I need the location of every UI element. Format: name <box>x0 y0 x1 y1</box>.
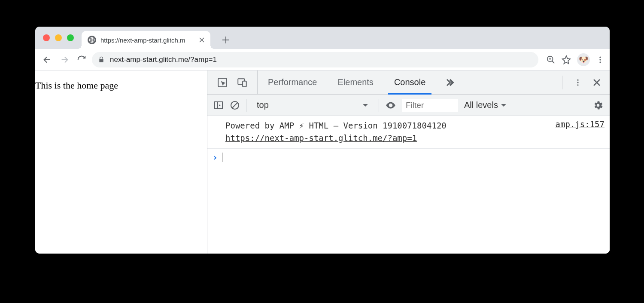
zoom-icon[interactable] <box>546 55 556 64</box>
tab-close-button[interactable] <box>199 37 204 43</box>
forward-button[interactable] <box>58 53 71 67</box>
svg-point-4 <box>599 61 601 63</box>
console-log-entry[interactable]: Powered by AMP ⚡ HTML – Version 19100718… <box>207 116 610 149</box>
content-area: This is the home page Performance Elemen… <box>35 70 610 254</box>
profile-avatar[interactable]: 🐶 <box>577 53 590 66</box>
devtools-tab-elements[interactable]: Elements <box>328 70 384 94</box>
console-settings-icon[interactable] <box>592 100 604 111</box>
chevron-down-icon <box>362 102 368 108</box>
tab-title: https://next-amp-start.glitch.m <box>100 37 195 44</box>
devtools-tab-overflow[interactable] <box>436 70 468 94</box>
console-toolbar: top All levels <box>207 95 610 116</box>
clear-console-icon[interactable] <box>230 100 240 110</box>
bookmark-star-icon[interactable] <box>562 55 571 64</box>
browser-tab[interactable]: https://next-amp-start.glitch.m <box>82 31 210 49</box>
text-cursor <box>222 153 222 162</box>
lock-icon <box>98 56 105 63</box>
address-bar[interactable]: next-amp-start.glitch.me/?amp=1 <box>92 52 538 67</box>
svg-point-10 <box>577 84 578 86</box>
page-body-text: This is the home page <box>35 80 118 91</box>
device-toggle-icon[interactable] <box>237 77 248 88</box>
log-level-selector[interactable]: All levels <box>464 100 507 110</box>
prompt-caret-icon: › <box>213 152 218 162</box>
svg-rect-7 <box>243 81 246 86</box>
log-source-link[interactable]: amp.js:157 <box>556 119 605 129</box>
devtools-tab-performance[interactable]: Performance <box>258 70 328 94</box>
maximize-window-button[interactable] <box>67 34 74 41</box>
minimize-window-button[interactable] <box>55 34 62 41</box>
inspect-icon[interactable] <box>217 77 228 88</box>
svg-point-9 <box>577 82 578 83</box>
browser-window: https://next-amp-start.glitch.m next-amp… <box>35 27 610 254</box>
close-window-button[interactable] <box>43 34 50 41</box>
svg-point-3 <box>599 59 601 60</box>
console-sidebar-toggle-icon[interactable] <box>213 100 224 110</box>
console-prompt[interactable]: › <box>207 149 610 166</box>
svg-rect-11 <box>215 102 222 109</box>
filter-input[interactable] <box>402 99 458 112</box>
reload-button[interactable] <box>75 53 88 67</box>
menu-button[interactable] <box>596 55 605 64</box>
svg-point-8 <box>577 79 578 80</box>
window-controls <box>43 34 74 41</box>
devtools-more-button[interactable] <box>569 74 586 91</box>
devtools-tab-console[interactable]: Console <box>384 70 436 94</box>
log-url-link[interactable]: https://next-amp-start.glitch.me/?amp=1 <box>225 133 417 143</box>
url-text: next-amp-start.glitch.me/?amp=1 <box>110 55 217 64</box>
log-message: Powered by AMP ⚡ HTML – Version 19100718… <box>225 119 547 144</box>
console-output: Powered by AMP ⚡ HTML – Version 19100718… <box>207 116 610 254</box>
new-tab-button[interactable] <box>218 32 234 48</box>
toolbar-actions: 🐶 <box>546 53 605 66</box>
eye-icon[interactable] <box>385 100 396 111</box>
devtools-tab-bar: Performance Elements Console <box>207 70 610 95</box>
tab-strip: https://next-amp-start.glitch.m <box>35 27 610 49</box>
context-selector[interactable]: top <box>252 100 373 110</box>
back-button[interactable] <box>40 53 54 67</box>
devtools-panel: Performance Elements Console <box>207 70 610 254</box>
page-viewport: This is the home page <box>35 70 207 254</box>
globe-favicon-icon <box>88 36 96 44</box>
browser-toolbar: next-amp-start.glitch.me/?amp=1 🐶 <box>35 49 610 70</box>
svg-point-2 <box>599 56 601 58</box>
devtools-close-button[interactable] <box>588 74 605 91</box>
